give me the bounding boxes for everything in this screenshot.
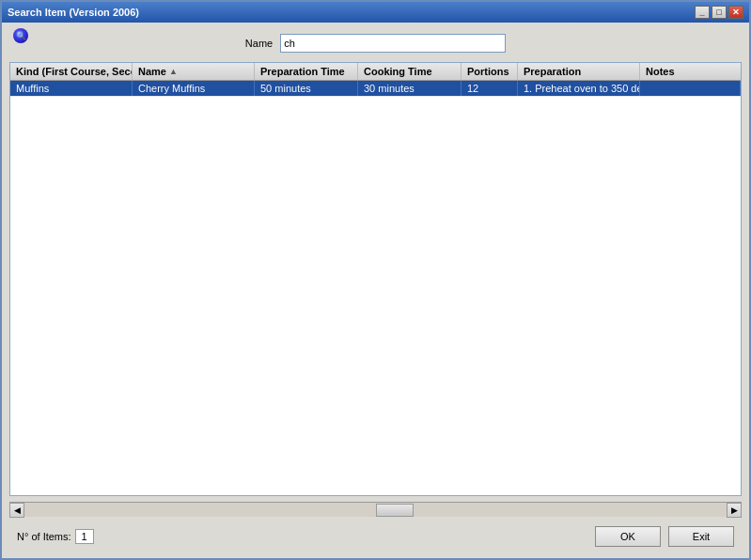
col-header-notes[interactable]: Notes	[640, 63, 741, 80]
app-icon: 🔍	[13, 28, 28, 43]
scroll-left-button[interactable]: ◀	[9, 503, 24, 518]
cell-preparation: 1. Preheat oven to 350 de	[518, 81, 640, 96]
close-button[interactable]: ✕	[728, 6, 743, 19]
col-header-preptime[interactable]: Preparation Time	[255, 63, 358, 80]
scroll-right-button[interactable]: ▶	[727, 503, 742, 518]
cell-cooktime: 30 minutes	[358, 81, 462, 96]
table-header: Kind (First Course, Second Name ▲ Prepar…	[10, 63, 741, 81]
items-count-area: N° of Items: 1	[17, 529, 94, 544]
cell-portions: 12	[462, 81, 518, 96]
window-controls: _ □ ✕	[695, 6, 743, 19]
col-header-name[interactable]: Name ▲	[133, 63, 255, 80]
col-header-preparation[interactable]: Preparation	[518, 63, 640, 80]
table-body: Muffins Cherry Muffins 50 minutes 30 min…	[10, 81, 741, 495]
main-window: Search Item (Version 2006) _ □ ✕ 🔍 Name …	[0, 0, 751, 560]
minimize-button[interactable]: _	[695, 6, 710, 19]
table-row[interactable]: Muffins Cherry Muffins 50 minutes 30 min…	[10, 81, 741, 97]
ok-button[interactable]: OK	[595, 526, 661, 547]
maximize-button[interactable]: □	[712, 6, 727, 19]
title-bar: Search Item (Version 2006) _ □ ✕	[2, 2, 749, 23]
bottom-bar: N° of Items: 1 OK Exit	[9, 522, 742, 551]
exit-button[interactable]: Exit	[668, 526, 734, 547]
scroll-track[interactable]	[24, 503, 727, 517]
col-header-cooktime[interactable]: Cooking Time	[358, 63, 462, 80]
items-count-label: N° of Items:	[17, 531, 71, 542]
cell-notes	[640, 81, 741, 96]
button-group: OK Exit	[595, 526, 734, 547]
cell-preptime: 50 minutes	[255, 81, 358, 96]
sort-arrow-name: ▲	[169, 67, 178, 76]
name-label: Name	[245, 38, 273, 49]
col-header-kind[interactable]: Kind (First Course, Second	[10, 63, 133, 80]
table-area: Kind (First Course, Second Name ▲ Prepar…	[9, 62, 742, 496]
name-input[interactable]	[280, 34, 506, 53]
search-row: Name	[9, 30, 742, 56]
scrollbar-area: ◀ ▶	[9, 502, 742, 517]
window-body: 🔍 Name Kind (First Course, Second Name ▲…	[2, 23, 749, 558]
cell-kind: Muffins	[10, 81, 133, 96]
cell-name: Cherry Muffins	[133, 81, 255, 96]
items-count-value: 1	[75, 529, 94, 544]
window-title: Search Item (Version 2006)	[8, 7, 139, 18]
col-header-portions[interactable]: Portions	[462, 63, 518, 80]
scroll-thumb[interactable]	[376, 504, 414, 517]
